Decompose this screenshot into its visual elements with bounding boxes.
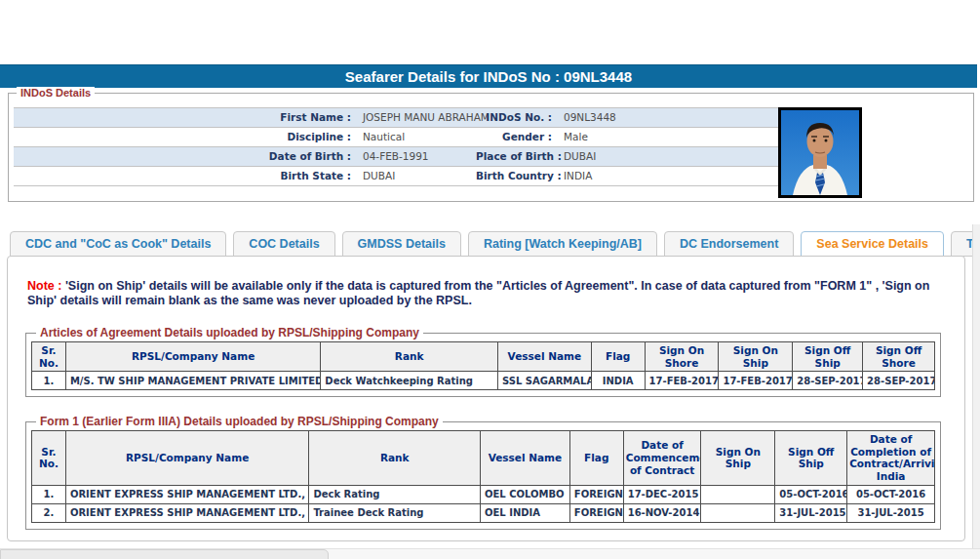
detail-value: JOSEPH MANU ABRAHAM bbox=[357, 108, 476, 127]
table-cell: Deck Watchkeeping Rating bbox=[321, 372, 498, 390]
table-cell: 2. bbox=[32, 503, 66, 522]
tab-gmdss-details[interactable]: GMDSS Details bbox=[342, 231, 461, 257]
bottom-partial-bar bbox=[0, 548, 980, 559]
table-cell: ORIENT EXPRESS SHIP MANAGEMENT LTD., MUM… bbox=[65, 503, 308, 522]
note-text: Note : 'Sign on Ship' details will be av… bbox=[27, 279, 947, 308]
column-header: Sr. No. bbox=[32, 342, 66, 372]
detail-label: Place of Birth : bbox=[476, 147, 558, 166]
detail-value: 09NL3448 bbox=[558, 108, 780, 127]
table-cell: 17-FEB-2017 bbox=[645, 372, 719, 390]
form1-table: Sr. No.RPSL/Company NameRankVessel NameF… bbox=[31, 430, 935, 522]
page: Seafarer Details for INDoS No : 09NL3448… bbox=[0, 0, 980, 559]
table-header-row: Sr. No.RPSL/Company NameRankVessel NameF… bbox=[32, 342, 935, 372]
detail-value: DUBAI bbox=[558, 147, 780, 166]
column-header: Date of Commencement of Contract bbox=[623, 431, 701, 485]
sea-service-panel: Note : 'Sign on Ship' details will be av… bbox=[7, 256, 965, 541]
detail-label: Discipline : bbox=[14, 128, 357, 146]
articles-of-agreement-legend: Articles of Agreement Details uploaded b… bbox=[36, 326, 423, 339]
table-cell: 05-OCT-2016 bbox=[775, 485, 847, 503]
tab-rating-watch-keeping-ab[interactable]: Rating [Watch Keeping/AB] bbox=[468, 231, 657, 257]
articles-of-agreement-fieldset: Articles of Agreement Details uploaded b… bbox=[25, 333, 941, 397]
table-cell: Trainee Deck Rating bbox=[309, 503, 481, 522]
table-cell: FOREIGN bbox=[569, 503, 623, 522]
table-cell: 31-JUL-2015 bbox=[775, 503, 847, 522]
detail-label: Birth State : bbox=[14, 167, 357, 185]
column-header: Flag bbox=[591, 342, 645, 372]
table-cell: M/S. TW SHIP MANAGEMENT PRIVATE LIMITED bbox=[65, 372, 320, 390]
table-cell: 1. bbox=[32, 372, 66, 390]
note-prefix: Note : bbox=[27, 279, 61, 293]
table-cell: OEL INDIA bbox=[481, 503, 570, 522]
column-header: Vessel Name bbox=[481, 431, 570, 485]
tab-dc-endorsement[interactable]: DC Endorsement bbox=[664, 231, 794, 257]
column-header: Sign On Ship bbox=[719, 342, 793, 372]
table-cell: 31-JUL-2015 bbox=[847, 503, 935, 522]
page-title: Seafarer Details for INDoS No : 09NL3448 bbox=[0, 64, 977, 88]
table-cell: 05-OCT-2016 bbox=[847, 485, 935, 503]
tab-cdc-and-coc-as-cook-details[interactable]: CDC and "CoC as Cook" Details bbox=[10, 231, 226, 257]
table-cell: 17-DEC-2015 bbox=[623, 485, 701, 503]
table-cell: 1. bbox=[32, 485, 66, 503]
detail-row: Discipline :NauticalGender :Male bbox=[14, 128, 780, 147]
column-header: Rank bbox=[309, 431, 481, 485]
table-cell: 28-SEP-2017 bbox=[863, 372, 935, 390]
detail-value: 04-FEB-1991 bbox=[357, 147, 476, 166]
detail-row: Birth State :DUBAIBirth Country :INDIA bbox=[14, 167, 780, 186]
table-row: 2.ORIENT EXPRESS SHIP MANAGEMENT LTD., M… bbox=[32, 503, 935, 522]
column-header: RPSL/Company Name bbox=[65, 342, 320, 372]
scrollbar-track[interactable] bbox=[972, 224, 980, 559]
table-cell: INDIA bbox=[591, 372, 645, 390]
tab-sea-service-details[interactable]: Sea Service Details bbox=[801, 231, 944, 257]
table-header-row: Sr. No.RPSL/Company NameRankVessel NameF… bbox=[32, 431, 935, 485]
tab-coc-details[interactable]: COC Details bbox=[233, 231, 334, 257]
indos-details-fieldset: INDoS Details First Name :JOSEPH MANU AB… bbox=[8, 93, 974, 202]
detail-value: INDIA bbox=[558, 167, 780, 185]
note-body: 'Sign on Ship' details will be available… bbox=[27, 279, 929, 307]
table-row: 1.ORIENT EXPRESS SHIP MANAGEMENT LTD., M… bbox=[32, 485, 935, 503]
column-header: Rank bbox=[321, 342, 498, 372]
detail-row: First Name :JOSEPH MANU ABRAHAMINDoS No.… bbox=[14, 108, 780, 128]
detail-label: INDoS No. : bbox=[476, 108, 558, 127]
column-header: Sign On Ship bbox=[701, 431, 775, 485]
bottom-partial-tab bbox=[0, 549, 329, 559]
detail-value: Nautical bbox=[357, 128, 476, 146]
column-header: Sr. No. bbox=[32, 431, 66, 485]
seafarer-photo-image bbox=[781, 110, 859, 195]
indos-details-rows: First Name :JOSEPH MANU ABRAHAMINDoS No.… bbox=[14, 107, 780, 186]
tab-bar: CDC and "CoC as Cook" DetailsCOC Details… bbox=[10, 231, 980, 257]
column-header: Flag bbox=[569, 431, 623, 485]
column-header: Sign Off Ship bbox=[793, 342, 863, 372]
detail-label: Gender : bbox=[476, 128, 558, 146]
table-cell: SSL SAGARMALA bbox=[497, 372, 591, 390]
detail-value: DUBAI bbox=[357, 167, 476, 185]
table-cell: FOREIGN bbox=[569, 485, 623, 503]
table-cell: ORIENT EXPRESS SHIP MANAGEMENT LTD., MUM… bbox=[65, 485, 308, 503]
table-cell: 16-NOV-2014 bbox=[623, 503, 701, 522]
column-header: Sign On Shore bbox=[645, 342, 719, 372]
articles-of-agreement-table: Sr. No.RPSL/Company NameRankVessel NameF… bbox=[31, 341, 935, 390]
column-header: RPSL/Company Name bbox=[65, 431, 308, 485]
table-cell: OEL COLOMBO bbox=[481, 485, 570, 503]
table-row: 1.M/S. TW SHIP MANAGEMENT PRIVATE LIMITE… bbox=[32, 372, 935, 390]
seafarer-photo bbox=[778, 107, 862, 198]
detail-label: Date of Birth : bbox=[14, 147, 357, 166]
indos-details-legend: INDoS Details bbox=[17, 87, 95, 99]
column-header: Date of Completion of Contract/Arriving … bbox=[847, 431, 935, 485]
column-header: Sign Off Shore bbox=[863, 342, 935, 372]
detail-label: First Name : bbox=[14, 108, 357, 127]
detail-row: Date of Birth :04-FEB-1991Place of Birth… bbox=[14, 147, 780, 167]
detail-label: Birth Country : bbox=[476, 167, 558, 185]
detail-value: Male bbox=[558, 128, 780, 146]
table-cell: 17-FEB-2017 bbox=[719, 372, 793, 390]
table-cell bbox=[701, 503, 775, 522]
table-cell bbox=[701, 485, 775, 503]
table-cell: 28-SEP-2017 bbox=[793, 372, 863, 390]
column-header: Sign Off Ship bbox=[775, 431, 847, 485]
form1-fieldset: Form 1 (Earlier Form IIIA) Details uploa… bbox=[25, 421, 941, 529]
form1-legend: Form 1 (Earlier Form IIIA) Details uploa… bbox=[36, 415, 443, 428]
column-header: Vessel Name bbox=[497, 342, 591, 372]
table-cell: Deck Rating bbox=[309, 485, 481, 503]
